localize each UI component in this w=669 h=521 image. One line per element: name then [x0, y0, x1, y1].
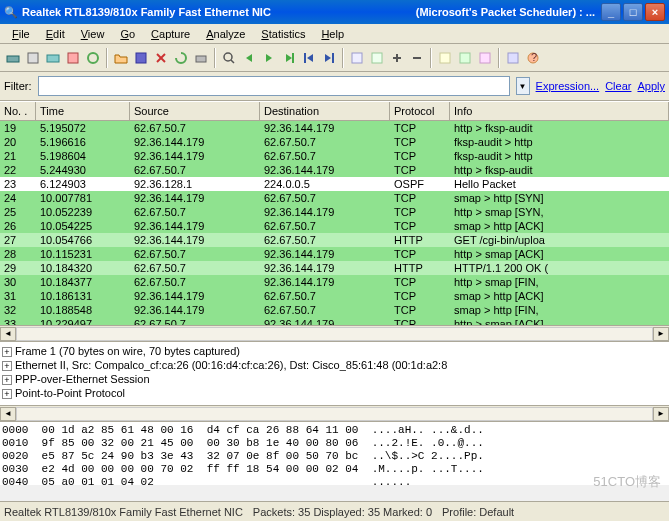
filter-input[interactable] — [38, 76, 510, 96]
scroll-track[interactable] — [16, 407, 653, 421]
apply-link[interactable]: Apply — [637, 80, 665, 92]
table-row[interactable]: 3010.18437762.67.50.792.36.144.179TCPhtt… — [0, 275, 669, 289]
scroll-track[interactable] — [16, 327, 653, 341]
prefs-icon[interactable] — [504, 49, 522, 67]
table-row[interactable]: 2810.11523162.67.50.792.36.144.179TCPhtt… — [0, 247, 669, 261]
table-row[interactable]: 2410.00778192.36.144.17962.67.50.7TCPsma… — [0, 191, 669, 205]
scroll-left-icon[interactable]: ◄ — [0, 407, 16, 421]
title-right: (Microsoft's Packet Scheduler) : ... — [416, 6, 595, 18]
stop-capture-icon[interactable] — [64, 49, 82, 67]
table-row[interactable]: 2710.05476692.36.144.17962.67.50.7HTTPGE… — [0, 233, 669, 247]
titlebar: 🔍 Realtek RTL8139/810x Family Fast Ether… — [0, 0, 669, 24]
svg-rect-0 — [7, 56, 19, 62]
expand-icon[interactable]: + — [2, 389, 12, 399]
table-row[interactable]: 2910.18432062.67.50.792.36.144.179HTTPHT… — [0, 261, 669, 275]
col-source[interactable]: Source — [130, 102, 260, 120]
col-destination[interactable]: Destination — [260, 102, 390, 120]
go-forward-icon[interactable] — [260, 49, 278, 67]
col-no[interactable]: No. . — [0, 102, 36, 120]
table-row[interactable]: 3110.18613192.36.144.17962.67.50.7TCPsma… — [0, 289, 669, 303]
scroll-right-icon[interactable]: ► — [653, 407, 669, 421]
packet-list-hscroll[interactable]: ◄ ► — [0, 325, 669, 341]
svg-rect-20 — [460, 53, 470, 63]
coloring-rules-icon[interactable] — [476, 49, 494, 67]
autoscroll-icon[interactable] — [368, 49, 386, 67]
table-row[interactable]: 195.19507262.67.50.792.36.144.179TCPhttp… — [0, 121, 669, 135]
menu-help[interactable]: Help — [313, 26, 352, 42]
packet-details[interactable]: +Frame 1 (70 bytes on wire, 70 bytes cap… — [0, 341, 669, 405]
menu-view[interactable]: View — [73, 26, 113, 42]
close-button[interactable]: × — [645, 3, 665, 21]
detail-line[interactable]: +Frame 1 (70 bytes on wire, 70 bytes cap… — [2, 344, 667, 358]
print-icon[interactable] — [192, 49, 210, 67]
minimize-button[interactable]: _ — [601, 3, 621, 21]
capture-filter-icon[interactable] — [436, 49, 454, 67]
svg-rect-21 — [480, 53, 490, 63]
menu-go[interactable]: Go — [112, 26, 143, 42]
clear-link[interactable]: Clear — [605, 80, 631, 92]
zoom-out-icon[interactable] — [408, 49, 426, 67]
svg-rect-15 — [372, 53, 382, 63]
go-back-icon[interactable] — [240, 49, 258, 67]
help-icon[interactable]: ? — [524, 49, 542, 67]
scroll-right-icon[interactable]: ► — [653, 327, 669, 341]
maximize-button[interactable]: □ — [623, 3, 643, 21]
save-icon[interactable] — [132, 49, 150, 67]
svg-rect-2 — [47, 55, 59, 62]
separator — [430, 48, 432, 68]
table-row[interactable]: 3310.22949762.67.50.792.36.144.179TCPhtt… — [0, 317, 669, 325]
title-left: Realtek RTL8139/810x Family Fast Etherne… — [18, 6, 416, 18]
menu-file[interactable]: File — [4, 26, 38, 42]
menu-analyze[interactable]: Analyze — [198, 26, 253, 42]
watermark: 51CTO博客 — [593, 473, 661, 491]
zoom-in-icon[interactable] — [388, 49, 406, 67]
col-info[interactable]: Info — [450, 102, 669, 120]
expand-icon[interactable]: + — [2, 347, 12, 357]
table-row[interactable]: 215.19860492.36.144.17962.67.50.7TCPfksp… — [0, 149, 669, 163]
menu-edit[interactable]: Edit — [38, 26, 73, 42]
table-row[interactable]: 225.24493062.67.50.792.36.144.179TCPhttp… — [0, 163, 669, 177]
packet-list[interactable]: 195.19507262.67.50.792.36.144.179TCPhttp… — [0, 121, 669, 325]
svg-rect-19 — [440, 53, 450, 63]
details-hscroll[interactable]: ◄ ► — [0, 405, 669, 421]
packet-bytes[interactable]: 0000 00 1d a2 85 61 48 00 16 d4 cf ca 26… — [0, 421, 669, 485]
svg-rect-8 — [196, 56, 206, 62]
detail-line[interactable]: +Ethernet II, Src: Compalco_cf:ca:26 (00… — [2, 358, 667, 372]
table-row[interactable]: 205.19661692.36.144.17962.67.50.7TCPfksp… — [0, 135, 669, 149]
table-row[interactable]: 236.12490392.36.128.1224.0.0.5OSPFHello … — [0, 177, 669, 191]
go-last-icon[interactable] — [320, 49, 338, 67]
start-capture-icon[interactable] — [44, 49, 62, 67]
open-icon[interactable] — [112, 49, 130, 67]
col-protocol[interactable]: Protocol — [390, 102, 450, 120]
filter-dropdown[interactable]: ▼ — [516, 77, 530, 95]
display-filter-icon[interactable] — [456, 49, 474, 67]
jump-icon[interactable] — [280, 49, 298, 67]
svg-line-10 — [231, 60, 234, 63]
table-row[interactable]: 2610.05422592.36.144.17962.67.50.7TCPsma… — [0, 219, 669, 233]
restart-capture-icon[interactable] — [84, 49, 102, 67]
options-icon[interactable] — [24, 49, 42, 67]
reload-icon[interactable] — [172, 49, 190, 67]
separator — [498, 48, 500, 68]
find-icon[interactable] — [220, 49, 238, 67]
expand-icon[interactable]: + — [2, 375, 12, 385]
svg-rect-1 — [28, 53, 38, 63]
separator — [342, 48, 344, 68]
svg-rect-14 — [352, 53, 362, 63]
go-first-icon[interactable] — [300, 49, 318, 67]
colorize-icon[interactable] — [348, 49, 366, 67]
table-row[interactable]: 3210.18854892.36.144.17962.67.50.7TCPsma… — [0, 303, 669, 317]
expression-link[interactable]: Expression... — [536, 80, 600, 92]
detail-line[interactable]: +Point-to-Point Protocol — [2, 386, 667, 400]
filter-bar: Filter: ▼ Expression... Clear Apply — [0, 72, 669, 101]
interfaces-icon[interactable] — [4, 49, 22, 67]
svg-rect-5 — [136, 53, 146, 63]
menu-capture[interactable]: Capture — [143, 26, 198, 42]
scroll-left-icon[interactable]: ◄ — [0, 327, 16, 341]
close-file-icon[interactable] — [152, 49, 170, 67]
col-time[interactable]: Time — [36, 102, 130, 120]
table-row[interactable]: 2510.05223962.67.50.792.36.144.179TCPhtt… — [0, 205, 669, 219]
expand-icon[interactable]: + — [2, 361, 12, 371]
detail-line[interactable]: +PPP-over-Ethernet Session — [2, 372, 667, 386]
menu-statistics[interactable]: Statistics — [253, 26, 313, 42]
